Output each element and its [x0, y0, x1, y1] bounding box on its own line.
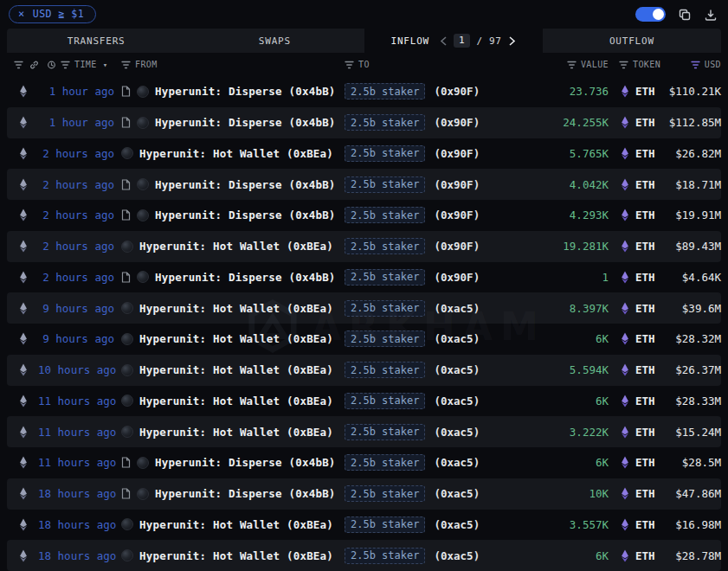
time-link[interactable]: 11 hours ago: [38, 395, 121, 407]
to-address-link[interactable]: (0xac5): [434, 549, 480, 562]
time-link[interactable]: 2 hours ago: [38, 178, 121, 191]
usd-filter-chip[interactable]: × USD ≧ $1: [9, 5, 96, 23]
from-filter-icon[interactable]: [121, 61, 131, 69]
to-entity-chip[interactable]: 2.5b staker: [345, 362, 425, 378]
table-row[interactable]: 18 hours ago Hyperunit: Disperse (0x4bB)…: [7, 478, 721, 510]
time-link[interactable]: 2 hours ago: [38, 147, 121, 160]
tab-swaps[interactable]: SWAPS: [185, 29, 364, 53]
to-entity-chip[interactable]: 2.5b staker: [345, 516, 425, 533]
table-row[interactable]: 18 hours ago Hyperunit: Hot Wallet (0xBE…: [7, 540, 721, 571]
from-entity-link[interactable]: Hyperunit: Hot Wallet (0xBEa): [139, 302, 333, 315]
clock-icon[interactable]: [47, 61, 56, 69]
from-entity-link[interactable]: Hyperunit: Disperse (0x4bB): [155, 178, 336, 191]
tab-transfers[interactable]: TRANSFERS: [7, 29, 185, 53]
from-entity-link[interactable]: Hyperunit: Disperse (0x4bB): [155, 456, 336, 469]
from-entity-link[interactable]: Hyperunit: Hot Wallet (0xBEa): [139, 240, 333, 253]
to-address-link[interactable]: (0xac5): [434, 395, 480, 407]
table-row[interactable]: 2 hours ago Hyperunit: Disperse (0x4bB) …: [7, 262, 721, 293]
time-link[interactable]: 1 hour ago: [38, 85, 121, 98]
prev-page-icon[interactable]: [440, 36, 448, 46]
to-entity-chip[interactable]: 2.5b staker: [345, 176, 425, 193]
table-row[interactable]: 9 hours ago Hyperunit: Hot Wallet (0xBEa…: [7, 324, 721, 355]
to-entity-chip[interactable]: 2.5b staker: [345, 238, 425, 254]
table-row[interactable]: 1 hour ago Hyperunit: Disperse (0x4bB) 2…: [7, 107, 721, 138]
table-row[interactable]: 9 hours ago Hyperunit: Hot Wallet (0xBEa…: [7, 292, 721, 324]
from-entity-link[interactable]: Hyperunit: Hot Wallet (0xBEa): [139, 395, 333, 407]
col-header-time[interactable]: TIME: [74, 60, 97, 69]
to-address-link[interactable]: (0xac5): [434, 332, 480, 345]
col-header-token[interactable]: TOKEN: [633, 60, 660, 69]
to-entity-chip[interactable]: 2.5b staker: [345, 114, 425, 131]
time-link[interactable]: 1 hour ago: [38, 116, 121, 129]
to-entity-chip[interactable]: 2.5b staker: [345, 300, 425, 317]
time-link[interactable]: 9 hours ago: [38, 302, 121, 315]
time-link[interactable]: 18 hours ago: [38, 549, 121, 562]
to-filter-icon[interactable]: [345, 61, 354, 69]
from-entity-link[interactable]: Hyperunit: Disperse (0x4bB): [155, 209, 336, 221]
table-row[interactable]: 11 hours ago Hyperunit: Disperse (0x4bB)…: [7, 447, 721, 478]
next-page-icon[interactable]: [508, 36, 516, 46]
tab-inflow[interactable]: INFLOW 1 / 97: [364, 29, 543, 53]
to-address-link[interactable]: (0xac5): [434, 518, 480, 531]
value-filter-icon[interactable]: [567, 61, 577, 69]
table-row[interactable]: 11 hours ago Hyperunit: Hot Wallet (0xBE…: [7, 386, 721, 417]
table-row[interactable]: 11 hours ago Hyperunit: Hot Wallet (0xBE…: [7, 416, 721, 447]
to-entity-chip[interactable]: 2.5b staker: [345, 207, 425, 223]
download-icon[interactable]: [704, 8, 718, 22]
usd-filter-icon-active[interactable]: [691, 61, 700, 69]
from-entity-link[interactable]: Hyperunit: Disperse (0x4bB): [155, 116, 336, 129]
from-entity-link[interactable]: Hyperunit: Hot Wallet (0xBEa): [139, 549, 333, 562]
chevron-down-icon[interactable]: ▾: [103, 61, 108, 69]
table-row[interactable]: 2 hours ago Hyperunit: Hot Wallet (0xBEa…: [7, 231, 721, 262]
to-address-link[interactable]: (0x90F): [434, 147, 480, 160]
table-row[interactable]: 18 hours ago Hyperunit: Hot Wallet (0xBE…: [7, 510, 721, 541]
to-address-link[interactable]: (0x90F): [434, 240, 480, 253]
from-entity-link[interactable]: Hyperunit: Hot Wallet (0xBEa): [139, 147, 333, 160]
to-address-link[interactable]: (0xac5): [434, 426, 480, 439]
time-link[interactable]: 2 hours ago: [38, 271, 121, 284]
to-entity-chip[interactable]: 2.5b staker: [345, 424, 425, 440]
table-row[interactable]: 2 hours ago Hyperunit: Hot Wallet (0xBEa…: [7, 138, 721, 170]
usd-toggle[interactable]: [635, 7, 666, 22]
from-entity-link[interactable]: Hyperunit: Hot Wallet (0xBEa): [139, 332, 333, 345]
token-filter-icon[interactable]: [619, 61, 628, 69]
col-header-usd[interactable]: USD: [705, 60, 721, 69]
table-row[interactable]: 1 hour ago Hyperunit: Disperse (0x4bB) 2…: [7, 76, 721, 107]
filter-icon[interactable]: [14, 61, 23, 69]
to-entity-chip[interactable]: 2.5b staker: [345, 548, 425, 564]
to-entity-chip[interactable]: 2.5b staker: [345, 454, 425, 471]
time-link[interactable]: 11 hours ago: [38, 426, 121, 439]
time-link[interactable]: 18 hours ago: [38, 518, 121, 531]
to-address-link[interactable]: (0xac5): [434, 363, 480, 376]
to-address-link[interactable]: (0x90F): [434, 271, 480, 284]
time-link[interactable]: 10 hours ago: [38, 363, 121, 376]
from-entity-link[interactable]: Hyperunit: Hot Wallet (0xBEa): [139, 518, 333, 531]
time-link[interactable]: 11 hours ago: [38, 456, 121, 469]
table-row[interactable]: 10 hours ago Hyperunit: Hot Wallet (0xBE…: [7, 355, 721, 386]
to-address-link[interactable]: (0xac5): [434, 487, 480, 500]
to-entity-chip[interactable]: 2.5b staker: [345, 83, 425, 99]
to-address-link[interactable]: (0x90F): [434, 209, 480, 221]
to-entity-chip[interactable]: 2.5b staker: [345, 485, 425, 502]
time-link[interactable]: 18 hours ago: [38, 487, 121, 500]
copy-icon[interactable]: [678, 8, 692, 22]
col-header-to[interactable]: TO: [358, 60, 370, 69]
to-address-link[interactable]: (0x90F): [434, 116, 480, 129]
from-entity-link[interactable]: Hyperunit: Hot Wallet (0xBEa): [139, 363, 333, 376]
table-row[interactable]: 2 hours ago Hyperunit: Disperse (0x4bB) …: [7, 200, 721, 231]
time-filter-icon[interactable]: [61, 61, 70, 69]
table-row[interactable]: 2 hours ago Hyperunit: Disperse (0x4bB) …: [7, 169, 721, 200]
time-link[interactable]: 9 hours ago: [38, 332, 121, 345]
time-link[interactable]: 2 hours ago: [38, 240, 121, 253]
from-entity-link[interactable]: Hyperunit: Hot Wallet (0xBEa): [139, 426, 333, 439]
to-address-link[interactable]: (0x90F): [434, 85, 480, 98]
to-entity-chip[interactable]: 2.5b staker: [345, 393, 425, 409]
to-entity-chip[interactable]: 2.5b staker: [345, 330, 425, 347]
from-entity-link[interactable]: Hyperunit: Disperse (0x4bB): [155, 271, 336, 284]
to-entity-chip[interactable]: 2.5b staker: [345, 269, 425, 286]
to-address-link[interactable]: (0xac5): [434, 456, 480, 469]
tab-outflow[interactable]: OUTFLOW: [543, 29, 721, 53]
time-link[interactable]: 2 hours ago: [38, 209, 121, 221]
remove-filter-icon[interactable]: ×: [18, 9, 25, 19]
to-entity-chip[interactable]: 2.5b staker: [345, 145, 425, 162]
